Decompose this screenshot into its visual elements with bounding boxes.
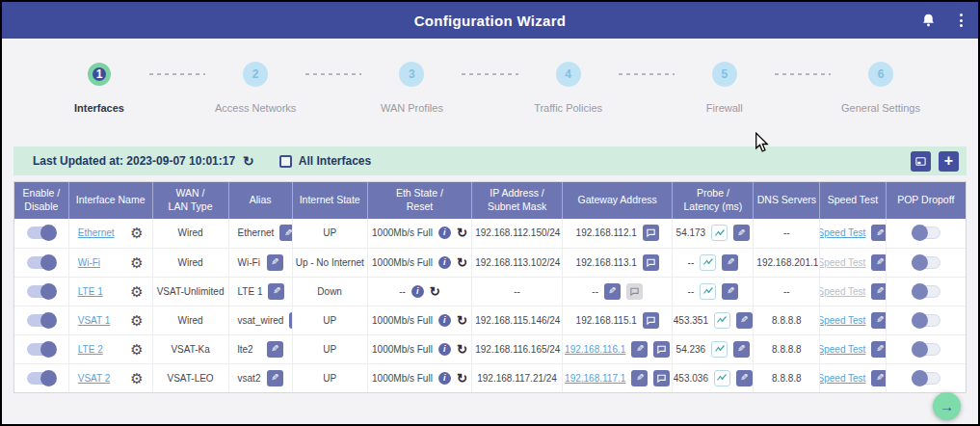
reset-icon[interactable]: ↻ bbox=[457, 343, 467, 356]
all-interfaces-checkbox-wrap[interactable]: All Interfaces bbox=[279, 154, 371, 168]
stepper-step-access-networks[interactable]: 2Access Networks bbox=[211, 58, 300, 114]
info-icon[interactable]: i bbox=[438, 314, 451, 327]
stepper-step-interfaces[interactable]: 1Interfaces bbox=[55, 58, 144, 114]
gateway-tooltip-button[interactable] bbox=[643, 312, 659, 329]
pop-dropoff-toggle[interactable] bbox=[912, 372, 940, 385]
alias-edit-button[interactable]: ✎ bbox=[267, 341, 283, 358]
probe-edit-button[interactable]: ✎ bbox=[733, 341, 750, 358]
pop-dropoff-toggle[interactable] bbox=[912, 285, 940, 298]
reset-icon[interactable]: ↻ bbox=[457, 256, 467, 269]
gateway-edit-button[interactable]: ✎ bbox=[604, 283, 621, 300]
alias-edit-button[interactable]: ✎ bbox=[268, 283, 284, 300]
stepper-step-wan-profiles[interactable]: 3WAN Profiles bbox=[367, 58, 456, 114]
wizard-stepper-zone: 1Interfaces2Access Networks3WAN Profiles… bbox=[2, 39, 978, 146]
column-header: Alias bbox=[228, 182, 292, 219]
probe-edit-button[interactable]: ✎ bbox=[722, 283, 738, 300]
latency-chart-icon[interactable] bbox=[711, 341, 728, 358]
table-header-row: Enable / DisableInterface NameWAN / LAN … bbox=[14, 182, 966, 219]
gear-icon[interactable]: ⚙ bbox=[130, 313, 143, 328]
info-icon[interactable]: i bbox=[438, 226, 451, 239]
enable-disable-toggle[interactable] bbox=[27, 285, 56, 298]
reset-icon[interactable]: ↻ bbox=[457, 372, 467, 385]
interface-name-link[interactable]: VSAT 2 bbox=[78, 373, 111, 384]
speed-test-edit-button[interactable]: ✎ bbox=[871, 312, 886, 329]
speed-test-link[interactable]: Speed Test bbox=[820, 227, 865, 238]
reset-icon[interactable]: ↻ bbox=[457, 314, 467, 327]
gear-icon[interactable]: ⚙ bbox=[130, 255, 143, 270]
interface-table-body: Ethernet ⚙ Wired Ethernet ✎ UP 1000Mb/s … bbox=[14, 219, 966, 392]
column-header: Gateway Address bbox=[562, 182, 672, 219]
wan-lan-type-value: Wired bbox=[178, 315, 203, 326]
info-icon[interactable]: i bbox=[438, 372, 451, 385]
enable-disable-toggle[interactable] bbox=[27, 372, 56, 385]
refresh-icon[interactable]: ↻ bbox=[243, 153, 254, 169]
enable-disable-toggle[interactable] bbox=[27, 314, 56, 327]
speed-test-edit-button[interactable]: ✎ bbox=[871, 341, 886, 358]
gateway-tooltip-button[interactable] bbox=[643, 254, 659, 271]
latency-chart-icon[interactable] bbox=[700, 283, 716, 300]
gateway-tooltip-button[interactable] bbox=[653, 341, 670, 358]
probe-edit-button[interactable]: ✎ bbox=[736, 370, 753, 386]
interface-name-link[interactable]: LTE 2 bbox=[78, 344, 103, 355]
enable-disable-toggle[interactable] bbox=[27, 256, 56, 269]
notification-bell-icon[interactable] bbox=[920, 12, 937, 29]
probe-edit-button[interactable]: ✎ bbox=[736, 312, 753, 329]
stepper-step-firewall[interactable]: 5Firewall bbox=[680, 58, 769, 114]
gateway-tooltip-button[interactable] bbox=[643, 225, 659, 241]
probe-edit-button[interactable]: ✎ bbox=[722, 254, 738, 271]
stepper-step-traffic-policies[interactable]: 4Traffic Policies bbox=[524, 58, 613, 114]
reset-icon[interactable]: ↻ bbox=[430, 285, 440, 298]
speed-test-link[interactable]: Speed Test bbox=[820, 286, 865, 297]
all-interfaces-label: All Interfaces bbox=[299, 154, 371, 168]
latency-chart-icon[interactable] bbox=[711, 225, 728, 241]
gear-icon[interactable]: ⚙ bbox=[130, 371, 143, 386]
pop-dropoff-toggle[interactable] bbox=[912, 314, 940, 327]
speed-test-link[interactable]: Speed Test bbox=[820, 315, 865, 326]
alias-edit-button[interactable]: ✎ bbox=[279, 225, 292, 241]
ip-address-value: 192.168.112.150/24 bbox=[475, 227, 560, 238]
alias-edit-button[interactable]: ✎ bbox=[267, 254, 283, 271]
interface-name-link[interactable]: VSAT 1 bbox=[78, 315, 111, 326]
speed-test-edit-button[interactable]: ✎ bbox=[871, 283, 886, 300]
gear-icon[interactable]: ⚙ bbox=[130, 284, 143, 299]
speed-test-link[interactable]: Speed Test bbox=[820, 373, 865, 384]
speed-test-edit-button[interactable]: ✎ bbox=[871, 370, 886, 386]
speed-test-edit-button[interactable]: ✎ bbox=[871, 225, 886, 241]
info-icon[interactable]: i bbox=[438, 256, 451, 269]
speed-test-link[interactable]: Speed Test bbox=[820, 257, 865, 268]
latency-chart-icon[interactable] bbox=[700, 254, 716, 271]
wan-lan-type-value: Wired bbox=[178, 257, 203, 268]
pop-dropoff-toggle[interactable] bbox=[912, 256, 940, 269]
info-icon[interactable]: i bbox=[411, 285, 424, 298]
add-interface-button[interactable]: + bbox=[939, 151, 959, 172]
interface-name-link[interactable]: Wi-Fi bbox=[78, 257, 100, 268]
interface-name-link[interactable]: Ethernet bbox=[78, 227, 115, 238]
all-interfaces-checkbox[interactable] bbox=[279, 155, 292, 168]
enable-disable-toggle[interactable] bbox=[27, 343, 56, 356]
alias-edit-button[interactable]: ✎ bbox=[267, 370, 283, 386]
internet-state-value: UP bbox=[323, 373, 336, 384]
gear-icon[interactable]: ⚙ bbox=[130, 342, 143, 357]
gateway-tooltip-button[interactable] bbox=[626, 283, 643, 300]
pop-dropoff-toggle[interactable] bbox=[912, 226, 940, 239]
interface-name-link[interactable]: LTE 1 bbox=[78, 286, 103, 297]
latency-chart-icon[interactable] bbox=[714, 312, 730, 329]
enable-disable-toggle[interactable] bbox=[27, 226, 56, 239]
gateway-edit-button[interactable]: ✎ bbox=[631, 370, 648, 386]
speed-test-edit-button[interactable]: ✎ bbox=[871, 254, 886, 271]
stepper-step-general-settings[interactable]: 6General Settings bbox=[836, 58, 925, 114]
next-step-button[interactable]: → bbox=[933, 392, 961, 420]
pop-dropoff-toggle[interactable] bbox=[912, 343, 940, 356]
probe-edit-button[interactable]: ✎ bbox=[733, 225, 750, 241]
gear-icon[interactable]: ⚙ bbox=[130, 226, 143, 240]
info-icon[interactable]: i bbox=[438, 343, 451, 356]
latency-chart-icon[interactable] bbox=[714, 370, 730, 386]
gateway-tooltip-button[interactable] bbox=[653, 370, 670, 386]
gateway-value: 192.168.113.1 bbox=[576, 257, 637, 268]
speed-test-link[interactable]: Speed Test bbox=[820, 344, 865, 355]
card-view-button[interactable] bbox=[911, 151, 931, 172]
step-label: WAN Profiles bbox=[381, 102, 443, 114]
kebab-menu-icon[interactable] bbox=[954, 12, 968, 29]
gateway-edit-button[interactable]: ✎ bbox=[631, 341, 648, 358]
reset-icon[interactable]: ↻ bbox=[457, 226, 467, 239]
